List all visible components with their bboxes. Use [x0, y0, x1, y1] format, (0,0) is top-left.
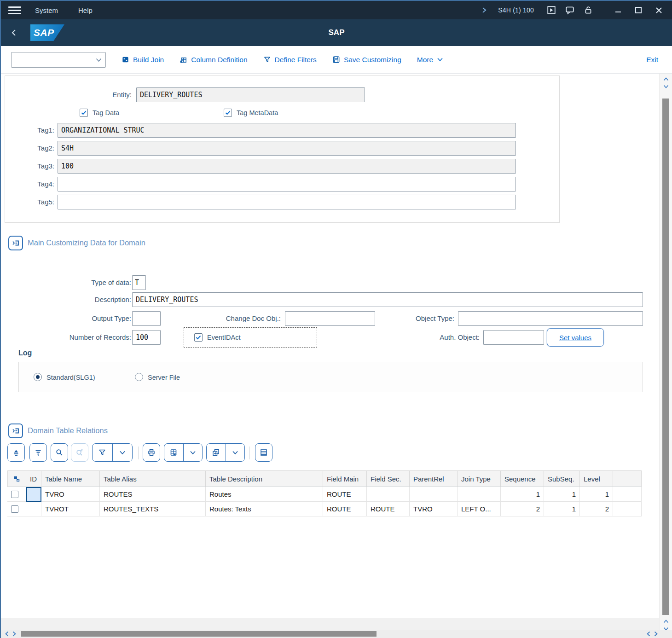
unlock-icon[interactable]	[580, 4, 596, 16]
tag4-field[interactable]	[58, 177, 516, 191]
sort-icon[interactable]	[7, 443, 25, 462]
table-cell-join-type[interactable]	[458, 487, 501, 502]
hamburger-icon[interactable]	[8, 6, 21, 14]
output-type-field[interactable]	[132, 311, 161, 326]
auth-object-field[interactable]	[483, 330, 544, 345]
column-definition-button[interactable]: Column Definition	[180, 56, 247, 64]
number-of-records-field[interactable]	[132, 330, 161, 345]
change-doc-obj-field[interactable]	[285, 311, 375, 326]
chevron-down-icon[interactable]	[112, 444, 133, 461]
maximize-icon[interactable]	[630, 4, 647, 16]
vertical-scrollbar-thumb[interactable]	[662, 99, 669, 615]
command-input[interactable]	[12, 53, 90, 67]
exit-button[interactable]: Exit	[646, 56, 658, 64]
tag5-field[interactable]	[58, 195, 516, 209]
table-cell-subseq[interactable]: 1	[544, 487, 580, 502]
scroll-left-icon[interactable]	[4, 631, 10, 637]
horizontal-scrollbar-thumb[interactable]	[21, 631, 377, 637]
table-cell-parentrel[interactable]	[410, 487, 458, 502]
export-split-button[interactable]	[164, 443, 203, 462]
col-header-field-sec[interactable]: Field Sec.	[367, 470, 410, 487]
settings-icon[interactable]	[255, 443, 272, 462]
table-cell-table-name[interactable]: TVROT	[41, 502, 100, 516]
row-select-checkbox[interactable]	[7, 502, 26, 516]
more-button[interactable]: More	[417, 56, 443, 64]
table-views-icon[interactable]	[207, 444, 226, 461]
command-combobox[interactable]	[11, 52, 106, 68]
define-filters-button[interactable]: Define Filters	[263, 56, 317, 64]
set-values-button[interactable]: Set values	[547, 328, 604, 347]
table-cell-id[interactable]	[26, 487, 41, 502]
sort-descending-icon[interactable]	[29, 443, 47, 462]
tag-metadata-checkbox[interactable]	[224, 109, 232, 117]
table-cell-field-main[interactable]: ROUTE	[323, 487, 367, 502]
scroll-right-icon[interactable]	[653, 631, 659, 637]
table-cell-field-sec[interactable]	[367, 487, 410, 502]
chevron-down-icon[interactable]	[226, 444, 245, 461]
filter-split-button[interactable]	[92, 443, 133, 462]
log-server-file-radio[interactable]	[135, 373, 143, 381]
col-header-table-alias[interactable]: Table Alias	[100, 470, 206, 487]
print-icon[interactable]	[143, 443, 160, 462]
close-icon[interactable]	[650, 4, 667, 16]
section-expand-icon[interactable]	[8, 423, 23, 438]
scroll-left-icon[interactable]	[645, 631, 652, 637]
tag2-field[interactable]	[58, 141, 516, 156]
build-join-button[interactable]: Build Join	[122, 56, 164, 64]
object-type-field[interactable]	[458, 311, 643, 326]
table-cell-table-description[interactable]: Routes	[206, 487, 323, 502]
filter-icon[interactable]	[93, 444, 112, 461]
table-cell-table-description[interactable]: Routes: Texts	[206, 502, 323, 516]
menu-help[interactable]: Help	[72, 6, 99, 14]
tag-data-checkbox[interactable]	[80, 109, 88, 117]
col-header-subseq[interactable]: SubSeq.	[544, 470, 580, 487]
tag1-field[interactable]	[58, 123, 516, 138]
table-cell-field-sec[interactable]: ROUTE	[367, 502, 410, 516]
export-icon[interactable]	[164, 444, 183, 461]
section-expand-icon[interactable]	[8, 236, 23, 250]
select-all-icon[interactable]	[7, 470, 26, 487]
col-header-id[interactable]: ID	[26, 470, 41, 487]
search-next-icon[interactable]	[71, 443, 88, 462]
minimize-icon[interactable]	[609, 4, 627, 16]
chevron-down-icon[interactable]	[183, 444, 203, 461]
type-of-data-field[interactable]	[132, 275, 146, 290]
table-cell-sequence[interactable]: 2	[501, 502, 544, 516]
table-cell-subseq[interactable]: 1	[544, 502, 580, 516]
event-id-act-checkbox[interactable]	[194, 333, 203, 342]
col-header-table-description[interactable]: Table Description	[206, 470, 323, 487]
chat-icon[interactable]	[562, 4, 578, 16]
scroll-down-icon[interactable]	[662, 84, 670, 89]
table-cell-join-type[interactable]: LEFT O...	[458, 502, 501, 516]
menu-system[interactable]: System	[29, 6, 64, 14]
scroll-up-icon[interactable]	[662, 619, 670, 624]
table-views-split-button[interactable]	[206, 443, 245, 462]
scroll-right-icon[interactable]	[11, 631, 17, 637]
search-icon[interactable]	[51, 443, 68, 462]
col-header-join-type[interactable]: Join Type	[458, 470, 501, 487]
col-header-field-main[interactable]: Field Main	[323, 470, 367, 487]
table-cell-table-alias[interactable]: ROUTES	[100, 487, 206, 502]
table-cell-table-name[interactable]: TVRO	[41, 487, 100, 502]
table-cell-level[interactable]: 2	[580, 502, 613, 516]
col-header-parentrel[interactable]: ParentRel	[410, 470, 458, 487]
description-field[interactable]	[132, 292, 643, 307]
table-cell-sequence[interactable]: 1	[501, 487, 544, 502]
table-cell-level[interactable]: 1	[580, 487, 613, 502]
chevron-right-icon[interactable]	[476, 4, 492, 16]
entity-field[interactable]	[136, 87, 365, 102]
scroll-up-icon[interactable]	[662, 76, 670, 82]
col-header-table-name[interactable]: Table Name	[41, 470, 100, 487]
table-cell-field-main[interactable]: ROUTE	[323, 502, 367, 516]
table-cell-table-alias[interactable]: ROUTES_TEXTS	[100, 502, 206, 516]
tag3-field[interactable]	[58, 159, 516, 174]
table-cell-parentrel[interactable]: TVRO	[410, 502, 458, 516]
chevron-down-icon[interactable]	[96, 56, 102, 64]
row-select-checkbox[interactable]	[7, 487, 26, 502]
save-customizing-button[interactable]: Save Customizing	[332, 56, 401, 64]
col-header-level[interactable]: Level	[580, 470, 613, 487]
table-cell-id[interactable]	[26, 502, 41, 516]
gui-shortcut-icon[interactable]	[544, 4, 559, 16]
log-standard-radio[interactable]	[34, 373, 42, 381]
col-header-sequence[interactable]: Sequence	[501, 470, 544, 487]
